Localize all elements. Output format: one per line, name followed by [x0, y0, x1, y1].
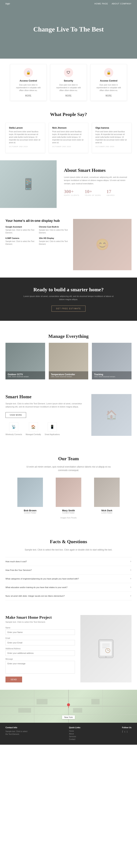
testimonial-date-2: OCTOBER 2ND 2020: [95, 146, 128, 148]
footer-col3-title: Follow Us: [122, 726, 132, 728]
testimonial-date-0: OCTOBER 2ND 2020: [9, 146, 42, 148]
team-member-2: Nick Dark Lorem Holder: [90, 477, 123, 514]
smart-icon-label-1: Managed Centrally: [26, 433, 41, 435]
message-textarea[interactable]: [5, 661, 75, 674]
hub-section: Your home's all-in-one display hub Googl…: [0, 215, 137, 278]
faq-toggle-4[interactable]: +: [130, 594, 132, 598]
hub-item-text-2: Sample text. Click to select the Text El…: [5, 240, 36, 246]
smart-home-image: 🏠: [91, 394, 132, 436]
facebook-icon[interactable]: f: [122, 730, 123, 733]
manage-label-2: Tracking Click, lorem eiusmod veniam.: [92, 371, 132, 379]
smart-icon-label-0: Wirelessly Connects: [5, 433, 22, 435]
author-1: Nick Jhonson: [52, 126, 85, 129]
twitter-icon[interactable]: t: [124, 730, 125, 733]
footer-col1-text: Sample text. Click to selectthe Text Ele…: [5, 730, 28, 736]
address-input[interactable]: [5, 650, 75, 656]
feature-title-0: Access Control: [14, 79, 43, 82]
faq-toggle-3[interactable]: +: [130, 586, 132, 589]
feature-card-1: 🛡 Security Duis aute irure dolor in repr…: [50, 64, 87, 101]
team-grid: Bob Brown Content Holder Mary Smith Cont…: [5, 477, 132, 514]
footer-link-3[interactable]: Contact: [69, 738, 80, 740]
faq-toggle-2[interactable]: +: [130, 577, 132, 580]
stat-number-0: 300+: [64, 189, 79, 194]
author-0: Stella Larson: [9, 126, 42, 129]
team-subtitle: Ut enim ad minim veniam, quis nostrud ex…: [23, 465, 114, 472]
footer: Contact Info Sample text. Click to selec…: [0, 723, 137, 745]
faq-toggle-0[interactable]: +: [130, 560, 132, 563]
manage-section: Manage Everything Outdoor CCTV Click, lo…: [0, 321, 137, 387]
team-member-0: Bob Brown Content Holder: [14, 477, 47, 514]
manage-label-0: Outdoor CCTV Click, lorem eiusmod veniam…: [5, 371, 45, 379]
feature-more-1[interactable]: MORE: [65, 95, 72, 97]
manage-label-1: Temperature Controller Click, lorem eius…: [49, 371, 88, 379]
faq-question-2: What categories of engineers/planning do…: [5, 578, 79, 580]
footer-col-3: Follow Us f t i: [122, 726, 132, 733]
cta-button[interactable]: GET FREE ESTIMATE: [51, 306, 86, 312]
about-image: 📱: [0, 160, 57, 208]
manage-card-title-2: Tracking: [94, 373, 129, 376]
nick-photo: [94, 477, 120, 507]
facts-subtitle: Sample text. Click to select the text bo…: [23, 548, 114, 552]
hub-item-text-3: Sample text. Click to select the Text El…: [39, 240, 70, 246]
team-section: Our Team Ut enim ad minim veniam, quis n…: [0, 443, 137, 526]
submit-button[interactable]: SEND: [5, 677, 22, 682]
testimonial-text-0: Proin and lorem dolor amet fauctbus turp…: [9, 130, 42, 144]
hub-subtitle: Your home's all-in-one display hub: [5, 219, 70, 223]
project-subtitle: Sample text. Click to select the Text El…: [5, 621, 75, 623]
nav-links: HOME PAGE ABOUT COMPANY: [94, 3, 132, 5]
faq-item-4[interactable]: Nunc sit amet nibh dolor. Integer iaculi…: [5, 592, 132, 600]
faq-toggle-1[interactable]: +: [130, 568, 132, 572]
email-input[interactable]: [5, 640, 75, 645]
logo: logo: [5, 2, 10, 5]
hub-item-text-1: Sample text. Click to select the Text El…: [39, 229, 70, 234]
nav-about[interactable]: ABOUT COMPANY: [111, 3, 132, 5]
faq-question-3: What education and/or training do you ha…: [5, 586, 67, 588]
faq-question-1: How Free Are Your Services?: [5, 569, 32, 571]
svg-rect-18: [91, 699, 99, 704]
instagram-icon[interactable]: i: [127, 730, 128, 733]
faq-item-2[interactable]: What categories of engineers/planning do…: [5, 574, 132, 583]
faq-item-1[interactable]: How Free Are Your Services? +: [5, 566, 132, 574]
manage-card-text-2: Click, lorem eiusmod veniam.: [94, 376, 129, 378]
faq-item-3[interactable]: What education and/or training do you ha…: [5, 583, 132, 592]
faq-question-0: How much does it cost?: [5, 560, 27, 563]
hub-left: Your home's all-in-one display hub Googl…: [5, 219, 70, 270]
smart-home-section: Smart Home Sample text. Click to select …: [0, 387, 137, 443]
access-control-icon-2: 🔒: [104, 68, 113, 77]
nav-home[interactable]: HOME PAGE: [94, 3, 108, 5]
name-input[interactable]: [5, 629, 75, 635]
footer-link-0[interactable]: Home: [69, 730, 80, 732]
stat-2: 17 AWARDS: [106, 189, 115, 196]
feature-desc-1: Duis aute irure dolor in reprehenderit i…: [54, 84, 83, 92]
bob-photo: [17, 477, 43, 507]
smart-icon-2: 📱 Smart Applications: [45, 422, 60, 436]
cta-section: Ready to build a smarter home? Lorem ips…: [0, 278, 137, 321]
about-content: About Smart Homes Lorem ipsum dolor sit …: [57, 160, 137, 208]
stat-number-1: 10+: [85, 189, 101, 194]
team-member-1: Mary Smith Content Holder: [52, 477, 85, 514]
project-section: Make Smart Home Project Sample text. Cli…: [0, 608, 137, 690]
email-field: Email: [5, 637, 75, 645]
address-field: Additional Address: [5, 648, 75, 656]
feature-card-0: 🔒 Access Control Duis aute irure dolor i…: [10, 64, 47, 101]
stat-label-1: YEARS OF WORK: [85, 194, 101, 196]
map-section: New York: [0, 690, 137, 723]
faq-item-0[interactable]: How much does it cost? +: [5, 557, 132, 566]
footer-link-1[interactable]: About: [69, 733, 80, 735]
footer-col-1: Contact Info Sample text. Click to selec…: [5, 726, 28, 736]
hub-item-text-0: Sample text. Click to select the Text El…: [5, 229, 36, 234]
manage-card-0: Outdoor CCTV Click, lorem eiusmod veniam…: [5, 343, 45, 379]
feature-card-2: 🔒 Access Control Duis aute irure dolor i…: [90, 64, 127, 101]
hub-grid: Google Assistant Sample text. Click to s…: [5, 226, 70, 246]
cta-title: Ready to build a smarter home?: [5, 287, 132, 292]
tablet-illustration: [95, 638, 117, 660]
member-name-0: Bob Brown: [14, 509, 47, 512]
footer-link-2[interactable]: Services: [69, 736, 80, 738]
hub-item-title-2: 6.5MP Camera: [5, 237, 36, 239]
view-more-button[interactable]: VIEW MORE: [5, 412, 26, 418]
svg-rect-16: [73, 708, 82, 713]
feature-more-2[interactable]: MORE: [105, 95, 112, 97]
member-name-2: Nick Dark: [90, 509, 123, 512]
stat-label-0: HAPPY CLIENTS: [64, 194, 79, 196]
feature-more-0[interactable]: MORE: [25, 95, 32, 97]
